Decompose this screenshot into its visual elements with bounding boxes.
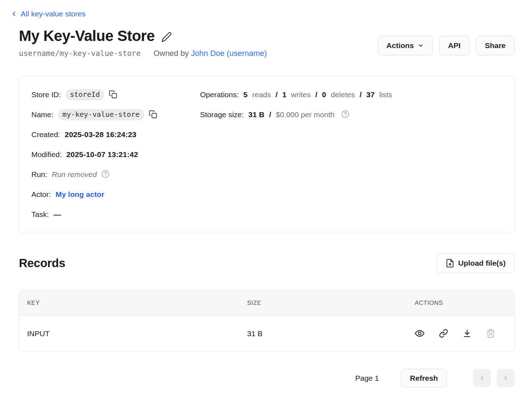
store-id-value: storeId [66, 89, 104, 100]
store-info-right-column: Operations: 5 reads / 1 writes / 0 delet… [200, 85, 392, 224]
created-label: Created: [31, 130, 60, 139]
owner-link[interactable]: John Doe (username) [191, 49, 267, 58]
help-circle-icon [101, 170, 109, 179]
actor-row: Actor: My long actor [31, 184, 200, 204]
actor-link[interactable]: My long actor [56, 190, 104, 199]
store-name-label: Name: [31, 110, 53, 119]
chevron-left-icon [10, 10, 17, 17]
separator: / [315, 90, 317, 99]
operations-lists-word: lists [379, 90, 392, 99]
separator: / [276, 90, 278, 99]
store-id-label: Store ID: [31, 90, 61, 99]
api-button[interactable]: API [439, 36, 470, 55]
record-key-cell: INPUT [19, 329, 239, 338]
header-actions: Actions API Share [378, 36, 515, 55]
page-header: My Key-Value Store username/my-key-value… [19, 27, 515, 58]
record-actions-cell [407, 328, 514, 339]
records-header: Records Upload file(s) [19, 253, 515, 273]
download-record-button[interactable] [462, 329, 472, 339]
column-header-key: KEY [19, 300, 239, 307]
run-help-button[interactable] [101, 170, 109, 179]
previous-page-button[interactable] [473, 369, 491, 387]
created-value: 2025-03-28 16:24:23 [65, 130, 137, 139]
eye-icon [415, 328, 425, 339]
operations-deletes-word: deletes [331, 90, 355, 99]
key-value-store-detail-page: All key-value stores My Key-Value Store … [0, 0, 532, 402]
copy-icon [109, 90, 117, 100]
storage-size-row: Storage size: 31 B / $0.000 per month [200, 105, 392, 125]
copy-store-name-button[interactable] [149, 110, 157, 120]
task-row: Task: — [31, 204, 200, 224]
help-circle-icon [341, 110, 349, 119]
breadcrumb-all-stores-link[interactable]: All key-value stores [10, 9, 86, 19]
modified-row: Modified: 2025-10-07 13:21:42 [31, 145, 200, 165]
record-size-cell: 31 B [239, 329, 407, 338]
file-upload-icon [445, 259, 455, 268]
storage-size-label: Storage size: [200, 110, 244, 119]
chevron-down-icon [418, 42, 424, 49]
actor-label: Actor: [31, 190, 51, 199]
records-pagination: Page 1 Refresh [19, 369, 515, 387]
store-name-value: my-key-value-store [58, 109, 144, 120]
task-value: — [53, 210, 61, 219]
operations-reads-count: 5 [244, 90, 248, 99]
page-title: My Key-Value Store [19, 27, 155, 45]
actions-dropdown-button[interactable]: Actions [378, 36, 433, 55]
download-icon [462, 329, 472, 339]
records-table: KEY SIZE ACTIONS INPUT 31 B [19, 290, 515, 352]
modified-value: 2025-10-07 13:21:42 [66, 150, 138, 159]
link-icon [439, 329, 448, 339]
separator: / [359, 90, 362, 99]
upload-files-label: Upload file(s) [458, 259, 506, 267]
chevron-right-icon [502, 374, 509, 383]
created-row: Created: 2025-03-28 16:24:23 [31, 125, 200, 145]
modified-label: Modified: [31, 150, 62, 159]
copy-record-link-button[interactable] [439, 329, 448, 339]
storage-cost-value: $0.000 per month [276, 110, 335, 119]
store-path: username/my-key-value-store [19, 49, 140, 58]
trash-icon [486, 329, 495, 339]
refresh-button[interactable]: Refresh [401, 369, 447, 387]
page-indicator: Page 1 [355, 374, 379, 383]
store-id-row: Store ID: storeId [31, 85, 200, 105]
run-row: Run: Run removed [31, 165, 200, 184]
copy-icon [149, 110, 157, 120]
operations-reads-word: reads [252, 90, 271, 99]
breadcrumb-label: All key-value stores [21, 9, 86, 19]
separator: / [269, 110, 271, 119]
store-info-left-column: Store ID: storeId Name: my-key-value-sto… [31, 85, 200, 224]
actions-button-label: Actions [387, 41, 414, 50]
run-label: Run: [31, 170, 47, 179]
store-subtitle: username/my-key-value-store Owned by Joh… [19, 49, 267, 58]
pencil-icon [161, 38, 172, 43]
owner-line: Owned by John Doe (username) [153, 49, 267, 58]
storage-size-value: 31 B [249, 110, 265, 119]
records-heading: Records [19, 256, 65, 270]
edit-title-button[interactable] [160, 31, 173, 44]
chevron-left-icon [479, 374, 486, 383]
operations-writes-count: 1 [282, 90, 287, 99]
next-page-button[interactable] [497, 369, 515, 387]
store-info-card: Store ID: storeId Name: my-key-value-sto… [19, 76, 515, 233]
upload-files-button[interactable]: Upload file(s) [436, 253, 515, 273]
share-button[interactable]: Share [476, 36, 515, 55]
column-header-size: SIZE [239, 300, 407, 307]
operations-writes-word: writes [291, 90, 311, 99]
task-label: Task: [31, 210, 49, 219]
owned-by-label: Owned by [153, 49, 189, 58]
operations-label: Operations: [200, 90, 239, 99]
column-header-actions: ACTIONS [407, 300, 514, 307]
storage-help-button[interactable] [341, 110, 349, 119]
run-value: Run removed [52, 170, 97, 179]
view-record-button[interactable] [415, 328, 425, 339]
copy-store-id-button[interactable] [109, 90, 117, 100]
operations-deletes-count: 0 [322, 90, 326, 99]
operations-lists-count: 37 [366, 90, 374, 99]
delete-record-button[interactable] [486, 329, 495, 339]
records-table-header: KEY SIZE ACTIONS [19, 291, 514, 316]
store-name-row: Name: my-key-value-store [31, 105, 200, 125]
table-row: INPUT 31 B [19, 316, 514, 352]
operations-row: Operations: 5 reads / 1 writes / 0 delet… [200, 85, 392, 105]
